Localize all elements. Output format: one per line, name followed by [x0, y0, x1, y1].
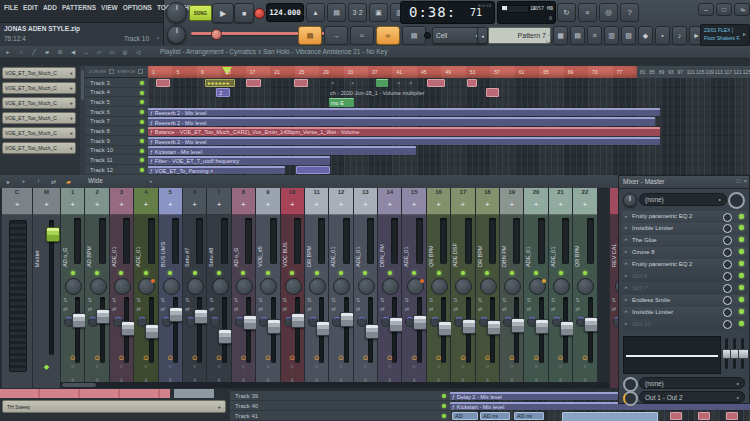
mixer-strip-body[interactable]: ADE_01⇅⇄⊙○·∧ [110, 215, 133, 388]
track-enable-led[interactable] [140, 100, 144, 104]
mixer-strip-19[interactable]: 19+DBN PM⇅⇄⊙○·∧ [500, 188, 523, 388]
fx-enable-led[interactable] [739, 273, 744, 278]
project-info-icon[interactable]: ▪ [655, 26, 670, 45]
mixer-strip-body[interactable]: ADE_01⇅⇄⊙○·∧ [134, 215, 157, 388]
close-icon[interactable]: × [743, 178, 747, 184]
fx-enable-led[interactable] [739, 214, 744, 219]
mixer-scrollbar[interactable] [60, 382, 610, 388]
mixer-strip-header[interactable]: 14+ [378, 188, 401, 215]
slot-arrow-icon[interactable]: ▸ [625, 321, 627, 326]
generator-slot[interactable]: (none)▸ [639, 193, 727, 206]
updown-arrows-icon[interactable]: ⇅ [526, 297, 531, 303]
latency-icon[interactable]: ○ [305, 363, 328, 369]
menu-add[interactable]: ADD [43, 4, 57, 11]
latency-icon[interactable]: ○ [159, 363, 182, 369]
paint-icon[interactable]: ▰ [42, 47, 52, 56]
record-arm-icon[interactable]: ⊙ [402, 354, 425, 362]
pattern-clip[interactable]: × [329, 79, 337, 88]
leftright-arrows-icon[interactable]: ⇄ [429, 306, 434, 312]
fx-mix-knob[interactable] [723, 224, 732, 233]
latency-icon[interactable]: ○ [427, 363, 450, 369]
leftright-arrows-icon[interactable]: ⇄ [404, 306, 409, 312]
fx-slot-10[interactable]: ▸Slot 10 [622, 319, 748, 330]
mixer-strip-16[interactable]: 16+QR BPM⇅⇄⊙○·∧ [427, 188, 450, 388]
latency-icon[interactable]: ○ [402, 363, 425, 369]
mixer-strip-5[interactable]: 5+BUS UMS⇅⇄⊙○·∧ [159, 188, 182, 388]
maximize-button[interactable]: □ [716, 3, 732, 16]
fx-mix-knob[interactable] [723, 272, 732, 281]
slot-arrow-icon[interactable]: ▸ [625, 214, 627, 219]
playlist-corner-options[interactable]: Z CROSS STRETCH [85, 66, 148, 78]
pattern-clip[interactable]: 2 [216, 88, 230, 97]
mixer-strip-body[interactable]: BUS UMS⇅⇄⊙○·∧ [159, 215, 182, 388]
latency-icon[interactable]: ○ [378, 363, 401, 369]
fader-handle[interactable] [316, 321, 330, 336]
record-arm-icon[interactable]: ⊙ [476, 354, 499, 362]
track-name-row[interactable]: Track 3 [85, 78, 148, 88]
mute-led[interactable] [339, 271, 343, 275]
fx-slot-4[interactable]: ▸Ozone 8 [622, 247, 748, 258]
pan-knob[interactable] [285, 278, 302, 295]
pattern-clip[interactable] [467, 79, 477, 88]
leftright-arrows-icon[interactable]: ⇄ [185, 306, 190, 312]
mute-led[interactable] [534, 271, 538, 275]
fader-handle[interactable] [462, 319, 476, 334]
track-enable-led[interactable] [442, 414, 446, 418]
play-button[interactable]: ▶ [212, 3, 234, 23]
track-enable-led[interactable] [140, 91, 144, 95]
main-volume-knob[interactable] [166, 2, 187, 23]
menu-patterns[interactable]: PATTERNS [62, 4, 96, 11]
record-arm-icon[interactable]: ⊙ [110, 354, 133, 362]
mute-led[interactable] [559, 271, 563, 275]
mixer-strip-12[interactable]: 12+ADE_01⇅⇄⊙○·∧ [329, 188, 352, 388]
mixer-strip-body[interactable]: DBN_PM⇅⇄⊙○·∧ [378, 215, 401, 388]
track-enable-led[interactable] [140, 129, 144, 133]
magnet-icon[interactable]: ∩ [16, 47, 26, 56]
mixer-strip-M[interactable]: M+Master◆ [33, 188, 60, 388]
select-icon[interactable]: ▭ [107, 47, 117, 56]
step-edit-icon[interactable]: → [324, 26, 348, 45]
pan-knob[interactable] [407, 278, 424, 295]
picker-item[interactable]: VOE_ET_Too_Much_C+ [2, 67, 76, 79]
mute-icon[interactable]: ◀ [68, 47, 78, 56]
stereo-sep-knob[interactable] [210, 317, 220, 327]
playlist-clip-grid[interactable]: ▸▸▸▸▸▸××××2ch - 2020-Jun-18_1 - Volume m… [148, 78, 750, 175]
channel-rack-panel-icon[interactable]: ≡ [587, 26, 602, 45]
leftright-arrows-icon[interactable]: ⇄ [502, 306, 507, 312]
leftright-arrows-icon[interactable]: ⇄ [161, 306, 166, 312]
multilink-icon[interactable]: ▤ [402, 26, 426, 45]
leftright-arrows-icon[interactable]: ⇄ [136, 306, 141, 312]
mixer-strip-17[interactable]: 17+ADE DSF⇅⇄⊙○·∧ [451, 188, 474, 388]
generator-knob[interactable] [623, 193, 637, 207]
pan-knob[interactable] [309, 278, 326, 295]
fader-handle[interactable] [365, 324, 379, 339]
updown-arrows-icon[interactable]: ⇅ [502, 297, 507, 303]
pan-knob[interactable] [431, 278, 448, 295]
fx-slot-2[interactable]: ▸Invisible Limiter [622, 223, 748, 234]
pan-knob[interactable] [236, 278, 253, 295]
audio-clip[interactable] [562, 412, 658, 421]
leftright-arrows-icon[interactable]: ⇄ [453, 306, 458, 312]
fader-handle[interactable] [389, 317, 403, 332]
record-arm-icon[interactable]: ⊙ [524, 354, 547, 362]
mixer-panel-icon[interactable]: ▥ [604, 26, 619, 45]
mixer-strip-header[interactable]: 12+ [329, 188, 352, 215]
fader-handle[interactable] [194, 309, 208, 324]
mixer-strip-header[interactable]: 22+ [573, 188, 596, 215]
pattern-clip[interactable]: × [349, 79, 357, 88]
mixer-strip-header[interactable]: 16+ [427, 188, 450, 215]
mute-led[interactable] [388, 271, 392, 275]
pan-knob[interactable] [260, 278, 277, 295]
latency-icon[interactable]: ○ [610, 363, 618, 369]
minimize-button[interactable]: – [698, 3, 714, 16]
fader-handle[interactable] [340, 312, 354, 327]
record-arm-icon[interactable]: ⊙ [232, 354, 255, 362]
leftright-arrows-icon[interactable]: ⇄ [307, 306, 312, 312]
insert-slot[interactable]: (none)▸ [639, 377, 745, 389]
pan-knob[interactable] [480, 278, 497, 295]
track-enable-led[interactable] [140, 168, 144, 172]
fx-enable-led[interactable] [739, 285, 744, 290]
main-pitch-knob[interactable] [167, 25, 186, 44]
mute-led[interactable] [485, 271, 489, 275]
fx-enable-led[interactable] [739, 297, 744, 302]
